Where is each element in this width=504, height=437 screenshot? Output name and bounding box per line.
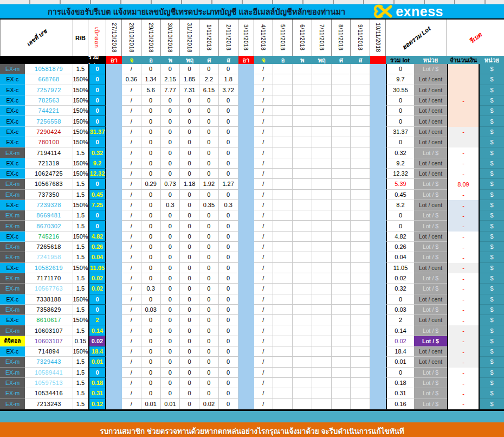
cell-day-value[interactable]: 0 (180, 190, 199, 200)
cell-weekend[interactable] (106, 179, 122, 189)
cell-day-value[interactable] (351, 200, 370, 210)
cell-day-value[interactable]: 0.3 (141, 284, 161, 294)
cell-day-value[interactable] (293, 221, 312, 231)
cell-day-value[interactable] (332, 242, 351, 252)
cell-weekend[interactable] (370, 95, 386, 106)
cell-week-total-left[interactable]: 0.12 (88, 399, 106, 409)
cell-amount[interactable]: - (447, 158, 480, 169)
cell-week-total-right[interactable]: 0 (386, 106, 414, 116)
cell-account-number[interactable]: 10624725 (25, 169, 73, 179)
cell-currency[interactable]: $ (480, 325, 504, 336)
cell-rb[interactable]: 150% (73, 232, 88, 242)
cell-day-value[interactable]: 0 (161, 232, 180, 242)
cell-account-type[interactable]: EX-m (0, 190, 25, 200)
cell-day-value[interactable] (273, 315, 293, 325)
cell-week-total-right[interactable]: 0.26 (386, 242, 414, 252)
cell-day-value[interactable]: 0 (199, 158, 219, 169)
cell-account-type[interactable]: EX-m (0, 179, 25, 189)
cell-day-value[interactable] (312, 221, 332, 231)
cell-day-value[interactable] (293, 263, 312, 273)
cell-unit[interactable]: Lot / cent (414, 200, 447, 210)
cell-amount[interactable]: 8.09 (447, 179, 480, 189)
cell-unit[interactable]: Lot / $ (414, 242, 447, 252)
cell-day-value[interactable]: 0 (180, 137, 199, 147)
cell-weekend[interactable] (370, 116, 386, 126)
cell-account-type[interactable]: EX-c (0, 232, 25, 242)
cell-day-value[interactable] (293, 284, 312, 294)
cell-account-number[interactable]: 10534416 (25, 388, 73, 399)
cell-day-value[interactable] (351, 137, 370, 147)
cell-weekend[interactable] (370, 273, 386, 284)
cell-account-number[interactable]: 7329443 (25, 357, 73, 367)
cell-day-value[interactable]: 0.01 (141, 399, 161, 409)
cell-day-value[interactable]: / (122, 221, 141, 231)
cell-weekend[interactable] (238, 294, 254, 305)
cell-rb[interactable]: 150% (73, 263, 88, 273)
cell-weekend[interactable] (106, 357, 122, 367)
cell-currency[interactable]: $ (480, 378, 504, 388)
cell-weekend[interactable] (370, 147, 386, 158)
cell-day-value[interactable] (293, 325, 312, 336)
cell-day-value[interactable]: 0 (180, 368, 199, 378)
cell-day-value[interactable]: / (254, 95, 274, 106)
cell-rb[interactable]: 150% (73, 137, 88, 147)
cell-day-value[interactable] (332, 357, 351, 367)
cell-currency[interactable]: $ (480, 346, 504, 357)
cell-day-value[interactable]: 0 (141, 232, 161, 242)
cell-weekend[interactable] (238, 106, 254, 116)
cell-day-value[interactable]: 0 (161, 273, 180, 284)
date-header[interactable]: 9/11/2018 (351, 20, 370, 56)
cell-day-value[interactable] (312, 357, 332, 367)
cell-day-value[interactable]: / (254, 315, 274, 325)
cell-amount[interactable] (447, 64, 480, 74)
cell-day-value[interactable] (332, 147, 351, 158)
cell-day-value[interactable]: 0 (180, 263, 199, 273)
cell-day-value[interactable] (293, 210, 312, 221)
cell-unit[interactable]: Lot / $ (414, 190, 447, 200)
cell-day-value[interactable] (312, 284, 332, 294)
cell-day-value[interactable]: 0 (199, 221, 219, 231)
cell-day-value[interactable] (293, 179, 312, 189)
cell-week-total-right[interactable]: 0 (386, 116, 414, 126)
cell-account-type[interactable]: EX-c (0, 127, 25, 137)
cell-weekend[interactable] (106, 294, 122, 305)
cell-day-value[interactable]: 0 (161, 106, 180, 116)
cell-weekend[interactable] (370, 64, 386, 74)
cell-rb[interactable]: 150% (73, 158, 88, 169)
date-header[interactable]: 3/11/2018 (238, 20, 254, 56)
cell-day-value[interactable] (351, 95, 370, 106)
cell-unit[interactable]: Lot / $ (414, 64, 447, 74)
cell-weekend[interactable] (106, 315, 122, 325)
account-column-header[interactable]: เลขที่ บ/ช (0, 20, 73, 56)
cell-account-type[interactable]: EX-c (0, 106, 25, 116)
cell-account-number[interactable]: 7290424 (25, 127, 73, 137)
cell-weekend[interactable] (238, 232, 254, 242)
cell-day-value[interactable]: 0 (219, 116, 238, 126)
cell-currency[interactable]: $ (480, 210, 504, 221)
cell-day-value[interactable]: 0 (180, 158, 199, 169)
cell-day-value[interactable]: 0 (161, 378, 180, 388)
cell-day-value[interactable]: 0 (219, 147, 238, 158)
cell-day-value[interactable]: 0 (180, 315, 199, 325)
cell-account-type[interactable]: EX-c (0, 116, 25, 126)
cell-week-total-right[interactable]: 5.39 (386, 179, 414, 189)
cell-day-value[interactable] (332, 85, 351, 95)
cell-weekend[interactable] (238, 242, 254, 252)
cell-week-total-right[interactable]: 0.01 (386, 357, 414, 367)
cell-weekend[interactable] (370, 346, 386, 357)
cell-day-value[interactable]: / (122, 64, 141, 74)
cell-week-total-right[interactable]: 0.45 (386, 190, 414, 200)
day-header-blank[interactable] (370, 56, 386, 64)
cell-amount[interactable]: - (447, 190, 480, 200)
cell-day-value[interactable]: / (254, 106, 274, 116)
cell-unit[interactable]: Lot / cent (414, 294, 447, 305)
cell-weekend[interactable] (370, 336, 386, 346)
cell-weekend[interactable] (370, 263, 386, 273)
cell-day-value[interactable] (293, 147, 312, 158)
cell-weekend[interactable] (238, 85, 254, 95)
cell-amount[interactable]: - (447, 242, 480, 252)
cell-weekend[interactable] (238, 357, 254, 367)
cell-account-number[interactable]: 7257972 (25, 85, 73, 95)
cell-day-value[interactable] (312, 263, 332, 273)
cell-week-total-right[interactable]: 8.2 (386, 200, 414, 210)
